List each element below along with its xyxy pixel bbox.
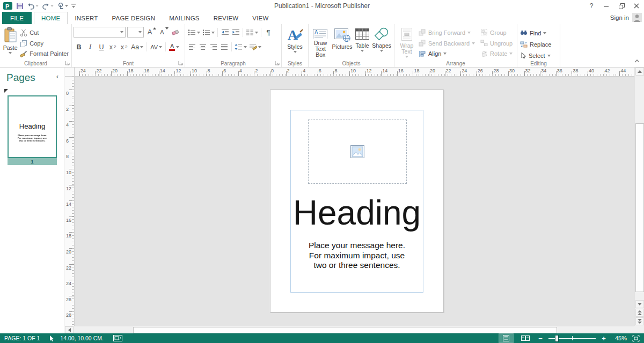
minimize-button[interactable]	[599, 0, 614, 12]
tab-page-design[interactable]: PAGE DESIGN	[105, 12, 163, 24]
previous-page-button[interactable]	[635, 309, 644, 317]
select-button[interactable]: Select	[519, 50, 558, 61]
italic-button[interactable]: I	[85, 41, 96, 53]
group-icon	[480, 29, 488, 36]
next-page-button[interactable]	[635, 317, 644, 325]
restore-button[interactable]	[614, 0, 629, 12]
increase-indent-button[interactable]	[230, 27, 241, 38]
undo-button[interactable]	[27, 3, 39, 10]
scroll-up-button[interactable]	[635, 68, 644, 76]
single-page-view-button[interactable]	[499, 334, 513, 342]
tab-review[interactable]: REVIEW	[207, 12, 246, 24]
zoom-slider[interactable]	[548, 334, 596, 342]
pages-section-triangle-icon[interactable]	[4, 89, 8, 93]
vertical-ruler[interactable]: 0246810121416182022242628	[65, 77, 75, 326]
fit-page-button[interactable]	[632, 335, 640, 342]
rotate-button[interactable]: Rotate	[479, 48, 514, 59]
paragraph-shading-button[interactable]	[248, 41, 262, 53]
align-center-button[interactable]	[197, 41, 208, 53]
character-spacing-button[interactable]: AV	[149, 41, 163, 53]
sign-in-label: Sign in	[610, 14, 629, 21]
publisher-logo-icon[interactable]: P	[3, 2, 13, 10]
horizontal-ruler[interactable]: 2422201816141210864202468101214161820222…	[75, 68, 634, 77]
font-color-button[interactable]: A	[168, 41, 180, 53]
vertical-scrollbar[interactable]	[634, 68, 644, 326]
subscript-button[interactable]: x2	[107, 41, 118, 53]
collapse-pages-panel-icon[interactable]: ‹	[56, 74, 58, 79]
numbering-button[interactable]	[201, 27, 216, 38]
collapse-ribbon-button[interactable]	[634, 59, 639, 64]
table-button[interactable]: Table	[354, 26, 371, 59]
zoom-out-button[interactable]: −	[538, 334, 543, 342]
send-backward-button[interactable]: Send Backward	[418, 38, 476, 49]
tab-mailings[interactable]: MAILINGS	[162, 12, 207, 24]
clear-formatting-button[interactable]	[170, 26, 181, 38]
page-number-badge[interactable]: 1	[8, 158, 57, 165]
grow-font-button[interactable]: A	[145, 26, 156, 38]
shrink-font-button[interactable]: A	[158, 26, 169, 38]
save-icon[interactable]	[16, 2, 24, 10]
cut-button[interactable]: Cut	[19, 27, 70, 38]
replace-button[interactable]: Replace	[519, 39, 558, 50]
scroll-down-button[interactable]	[635, 300, 644, 308]
bullets-button[interactable]	[187, 27, 201, 38]
zoom-level[interactable]: 45%	[612, 335, 627, 341]
align-right-button[interactable]	[208, 41, 219, 53]
bring-forward-button[interactable]: Bring Forward	[418, 27, 476, 38]
shapes-button[interactable]: Shapes	[371, 26, 392, 59]
decrease-indent-button[interactable]	[219, 27, 230, 38]
line-spacing-button[interactable]	[233, 41, 248, 53]
customize-quick-access-icon[interactable]	[71, 3, 76, 9]
paste-button[interactable]: Paste	[2, 26, 19, 59]
tab-home[interactable]: HOME	[34, 12, 68, 24]
heading-text-box[interactable]: Heading	[290, 196, 423, 230]
send-backward-icon	[419, 40, 426, 47]
change-case-button[interactable]: Aa	[130, 41, 144, 53]
clipboard-dialog-launcher[interactable]	[65, 61, 70, 66]
align-button[interactable]: Align	[418, 48, 476, 59]
vertical-scroll-thumb[interactable]	[635, 123, 644, 292]
superscript-button[interactable]: x2	[119, 41, 129, 53]
tab-insert[interactable]: INSERT	[68, 12, 105, 24]
page-thumbnail[interactable]: Heading Place your message here. For max…	[8, 95, 57, 158]
group-button[interactable]: Group	[479, 27, 514, 38]
publication-page[interactable]: Heading Place your message here. For max…	[270, 90, 444, 312]
zoom-in-button[interactable]: +	[601, 334, 606, 342]
touch-mode-button[interactable]	[57, 2, 68, 10]
two-page-spread-view-button[interactable]	[518, 334, 532, 342]
font-dialog-launcher[interactable]	[178, 61, 184, 66]
tab-file[interactable]: FILE	[2, 12, 32, 24]
pictures-button[interactable]: Pictures	[331, 26, 353, 59]
canvas-workspace[interactable]: Heading Place your message here. For max…	[75, 77, 634, 326]
align-left-button[interactable]	[187, 41, 197, 53]
help-button[interactable]: ?	[584, 0, 599, 12]
page-indicator[interactable]: PAGE: 1 OF 1	[4, 335, 40, 341]
copy-button[interactable]: Copy	[19, 38, 70, 49]
sign-in[interactable]: Sign in	[610, 13, 642, 22]
picture-placeholder[interactable]	[308, 120, 407, 184]
scroll-left-button[interactable]	[65, 326, 74, 333]
bold-button[interactable]: B	[74, 41, 84, 53]
cursor-position[interactable]: 14.00, 10.00 CM.	[60, 335, 104, 341]
format-painter-button[interactable]: Format Painter	[19, 48, 70, 59]
horizontal-scroll-thumb[interactable]	[133, 327, 557, 333]
wrap-text-button[interactable]: WrapText	[396, 26, 418, 59]
draw-text-box-button[interactable]: A DrawText Box	[310, 26, 331, 59]
object-size-icon[interactable]	[113, 335, 122, 341]
underline-button[interactable]: U	[96, 41, 107, 53]
paragraph-dialog-launcher[interactable]	[275, 61, 280, 66]
font-name-combo[interactable]	[74, 27, 126, 38]
find-button[interactable]: Find	[519, 27, 558, 39]
body-text-box[interactable]: Place your message here. For maximum imp…	[286, 241, 428, 271]
font-size-combo[interactable]	[127, 27, 144, 38]
styles-button[interactable]: A Styles	[284, 26, 306, 59]
redo-button[interactable]	[42, 3, 54, 10]
columns-button[interactable]	[245, 27, 259, 38]
tab-view[interactable]: VIEW	[245, 12, 275, 24]
close-button[interactable]	[629, 0, 644, 12]
special-characters-button[interactable]: ¶	[263, 27, 274, 38]
ungroup-button[interactable]: Ungroup	[479, 38, 514, 49]
zoom-slider-thumb[interactable]	[555, 335, 559, 342]
justify-button[interactable]	[219, 41, 230, 53]
horizontal-scrollbar[interactable]	[65, 326, 634, 333]
